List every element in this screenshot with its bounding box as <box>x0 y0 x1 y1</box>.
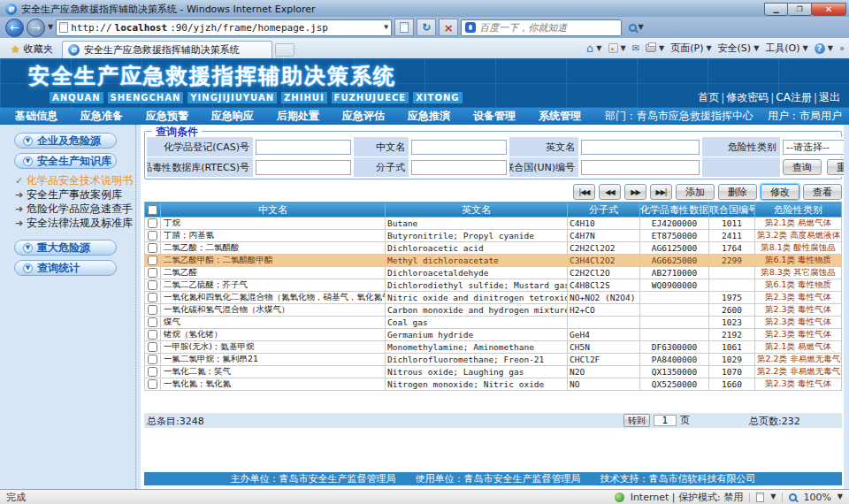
goto-page-button[interactable]: 转到 <box>623 414 650 427</box>
sidebar-group-button[interactable]: ▼安全生产知识库 <box>14 153 117 169</box>
stop-button[interactable]: × <box>439 19 458 36</box>
row-checkbox[interactable] <box>148 268 157 278</box>
nav-item[interactable]: 系统管理 <box>527 109 593 124</box>
close-button[interactable]: ✕ <box>812 3 846 16</box>
history-dropdown-icon[interactable]: ▼ <box>48 24 53 31</box>
sidebar-splitter[interactable] <box>133 125 141 489</box>
nav-item[interactable]: 应急准备 <box>69 109 134 124</box>
table-row[interactable]: 煤气Coal gas1023第2.3类 毒性气体 <box>145 317 842 329</box>
address-field[interactable]: http://localhost:90/yjzh/frame/homepage.… <box>56 19 392 36</box>
col-header-hazard[interactable]: 危险性类别 <box>755 202 842 218</box>
nav-item[interactable]: 应急评估 <box>331 109 396 124</box>
cn-name-input[interactable] <box>411 140 507 155</box>
nav-item[interactable]: 基础信息 <box>4 109 69 124</box>
sidebar-group-button[interactable]: ▼重大危险源 <box>14 240 117 256</box>
overflow-chevron-icon[interactable]: » <box>839 43 845 53</box>
formula-input[interactable] <box>411 160 507 175</box>
search-button-form[interactable]: 查询 <box>783 159 822 175</box>
header-link[interactable]: 退出 <box>819 90 840 105</box>
back-button[interactable]: ← <box>5 19 24 37</box>
view-button[interactable]: 查看 <box>803 184 842 200</box>
tools-menu[interactable]: 工具(O)▼ <box>765 42 807 55</box>
table-row[interactable]: 二氯乙醛DichloroacetaldehydeC2H2Cl2OAB271000… <box>145 267 842 279</box>
row-checkbox[interactable] <box>148 367 157 377</box>
sidebar-item[interactable]: ➜危险化学品应急速查手... <box>0 202 133 216</box>
row-checkbox[interactable] <box>148 293 157 302</box>
last-page-button[interactable]: ▶▶| <box>650 184 672 200</box>
table-row[interactable]: 二氯二乙硫醚；芥子气Dichlorodiethyl sulfide; Musta… <box>145 279 842 292</box>
minimize-button[interactable]: ▁ <box>764 3 788 16</box>
nav-item[interactable]: 设备管理 <box>462 109 527 124</box>
header-link[interactable]: CA注册 <box>776 90 812 105</box>
un-input[interactable] <box>581 160 700 175</box>
table-row[interactable]: 一氟二氯甲烷；氟利昂21Dichlorofluoromethane; Freon… <box>145 354 842 366</box>
table-row[interactable]: 一甲胺(无水)；氨基甲烷Monomethylamine; Aminomethan… <box>145 341 842 354</box>
search-dropdown-icon[interactable]: ▼ <box>639 24 644 31</box>
browser-tab[interactable]: e 安全生产应急救援指挥辅助决策系统 <box>62 41 272 58</box>
favorites-button[interactable]: ★ 收藏夹 <box>4 41 59 57</box>
sidebar-group-button[interactable]: ▼查询统计 <box>14 260 117 276</box>
select-all-checkbox[interactable] <box>148 205 157 215</box>
row-checkbox[interactable] <box>148 355 157 364</box>
sidebar-item[interactable]: ➜安全生产事故案例库 <box>0 187 133 202</box>
rtecs-input[interactable] <box>256 160 351 175</box>
table-row[interactable]: 锗烷（氢化锗）Germanium hydrideGeH42192第2.3类 毒性… <box>145 329 842 341</box>
modify-button[interactable]: 修改 <box>761 184 799 200</box>
table-row[interactable]: 丁烷ButaneC4H10EJ42000001011第2.1类 易燃气体 <box>145 218 842 230</box>
page-number-input[interactable] <box>654 415 677 426</box>
add-button[interactable]: 添加 <box>676 184 715 200</box>
compatibility-status-icon[interactable] <box>756 493 764 502</box>
feeds-button[interactable]: ▼ <box>608 43 626 53</box>
address-dropdown-icon[interactable]: ▼ <box>384 24 388 31</box>
help-menu[interactable]: ?▼ <box>815 43 833 54</box>
cas-input[interactable] <box>256 140 351 155</box>
table-row[interactable]: 丁腈；丙基氰Butyronitrile; Propyl cyanideC4H7N… <box>145 230 842 242</box>
table-row[interactable]: 二氯乙酸；二氯醋酸Dichloroacetic acidC2H2Cl2O2AG6… <box>145 242 842 255</box>
print-button[interactable]: ▼ <box>646 44 664 52</box>
reset-button[interactable]: 重置 <box>827 159 844 175</box>
en-name-input[interactable] <box>581 140 700 155</box>
refresh-button[interactable]: ↻ <box>417 19 436 36</box>
nav-item[interactable]: 后期处置 <box>265 109 331 124</box>
header-link[interactable]: 修改密码 <box>726 90 769 105</box>
page-menu[interactable]: 页面(P)▼ <box>670 42 711 55</box>
table-row[interactable]: 一氧化氮和四氧化二氮混合物（氮氧化物，硝基气，氧化氮气体）Nitric oxid… <box>145 292 842 304</box>
home-button[interactable]: ⌂▼ <box>586 42 601 54</box>
hazard-select[interactable]: --请选择-- ▼ <box>783 140 844 155</box>
row-checkbox[interactable] <box>148 243 157 253</box>
forward-button[interactable]: → <box>27 19 45 37</box>
sidebar-group-button[interactable]: ▼企业及危险源 <box>14 133 117 149</box>
prev-page-button[interactable]: ◀◀ <box>599 184 621 200</box>
nav-item[interactable]: 应急推演 <box>396 109 462 124</box>
row-checkbox[interactable] <box>148 305 157 315</box>
row-checkbox[interactable] <box>148 280 157 290</box>
sidebar-item[interactable]: ✓化学品安全技术说明书 <box>0 173 133 187</box>
row-checkbox[interactable] <box>148 256 157 265</box>
table-row[interactable]: 一氧化碳和氢气混合物（水煤气）Carbon monoxide and hydro… <box>145 304 842 317</box>
row-checkbox[interactable] <box>148 317 157 327</box>
col-header-en[interactable]: 英文名 <box>386 202 568 218</box>
row-checkbox[interactable] <box>148 231 157 241</box>
col-header-formula[interactable]: 分子式 <box>568 202 640 218</box>
next-page-button[interactable]: ▶▶ <box>624 184 646 200</box>
row-checkbox[interactable] <box>148 218 157 228</box>
zoom-level[interactable]: 100% <box>803 492 830 503</box>
table-row[interactable]: 一氧化二氮；笑气Nitrous oxide; Laughing gasN2OQX… <box>145 366 842 378</box>
col-header-cn[interactable]: 中文名 <box>161 202 386 218</box>
new-tab-button[interactable] <box>275 43 294 57</box>
col-header-rtecs[interactable]: 化学品毒性数据... <box>640 202 709 218</box>
row-checkbox[interactable] <box>148 379 157 389</box>
sidebar-item[interactable]: ➜安全法律法规及标准库 <box>0 216 133 230</box>
row-checkbox[interactable] <box>148 330 157 340</box>
row-checkbox[interactable] <box>148 342 157 352</box>
safety-menu[interactable]: 安全(S)▼ <box>718 42 760 55</box>
first-page-button[interactable]: |◀◀ <box>573 184 595 200</box>
zoom-dropdown-icon[interactable]: ▼ <box>838 493 843 500</box>
maximize-button[interactable]: ❐ <box>788 3 812 16</box>
nav-item[interactable]: 应急预警 <box>134 109 200 124</box>
zone-dropdown-icon[interactable]: ▼ <box>770 493 776 500</box>
col-header-un[interactable]: 联合国编号 <box>709 202 755 218</box>
delete-button[interactable]: 删除 <box>718 184 757 200</box>
table-row[interactable]: 一氧化氮；氧化氮Nitrogen monoxide; Nitric oxideN… <box>145 378 842 391</box>
table-row[interactable]: 二氯乙酸甲酯；二氯醋酸甲酯Methyl dichloroacetateC3H4C… <box>145 255 842 267</box>
